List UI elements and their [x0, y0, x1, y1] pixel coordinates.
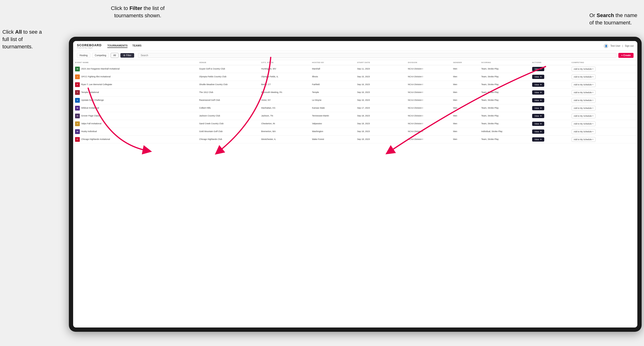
add-to-schedule-button[interactable]: Add to My Schedule + — [572, 74, 596, 79]
cell-start-date: Sep 18, 2023 — [355, 112, 406, 120]
filter-button[interactable]: ⚙ Filter — [120, 53, 134, 58]
cell-event-name: I OFCC Fighting Illini Invitational — [73, 73, 197, 81]
cell-city: Victor, NY — [259, 97, 310, 104]
cell-division: NCAA Division I — [406, 128, 451, 136]
tournaments-table: EVENT NAME VENUE CITY, STATE HOSTED BY S… — [73, 60, 637, 144]
add-to-schedule-button[interactable]: Add to My Schedule + — [572, 82, 596, 87]
sign-out-link[interactable]: Sign out — [625, 45, 634, 47]
event-name-text: Valpo Fall Invitational — [81, 122, 102, 125]
annotation-top-center: Click to Filter the list oftournaments s… — [92, 5, 183, 19]
col-header-gender: GENDER — [451, 60, 480, 65]
add-to-schedule-button[interactable]: Add to My Schedule + — [572, 114, 596, 118]
cell-gender: Men — [451, 128, 480, 136]
view-button[interactable]: View 👁 — [532, 106, 544, 110]
tablet-screen: SCOREBOARD Powered by clippd TOURNAMENTS… — [73, 41, 637, 328]
event-name-text: Upstate Dual Challenge — [81, 99, 104, 102]
cell-start-date: Sep 17, 2023 — [355, 104, 406, 112]
eye-icon: 👁 — [540, 84, 542, 86]
add-to-schedule-button[interactable]: Add to My Schedule + — [572, 121, 596, 126]
cell-competing: Add to My Schedule + — [570, 81, 637, 89]
cell-hosted-by: Marshall — [310, 65, 355, 73]
team-logo: V — [75, 121, 80, 126]
create-button[interactable]: + Create — [618, 53, 634, 58]
cell-competing: Add to My Schedule + — [570, 104, 637, 112]
cell-scoring: Team, Stroke Play — [480, 81, 530, 89]
cell-event-name: F Ryan T. Lee Memorial Collegiate — [73, 81, 197, 89]
cell-scoring: Team, Stroke Play — [480, 97, 530, 104]
add-to-schedule-button[interactable]: Add to My Schedule + — [572, 137, 596, 142]
table-row: M 2023 Joe Feaganes Marshall Invitationa… — [73, 65, 637, 73]
cell-division: NCAA Division I — [406, 89, 451, 97]
eye-icon: 👁 — [540, 139, 542, 141]
tab-hosting[interactable]: Hosting — [77, 53, 90, 58]
add-to-schedule-button[interactable]: Add to My Schedule + — [572, 67, 596, 71]
add-to-schedule-button[interactable]: Add to My Schedule + — [572, 90, 596, 95]
event-name-text: Chicago Highlands Invitational — [81, 138, 110, 141]
table-row: F Ryan T. Lee Memorial Collegiate Shuttl… — [73, 81, 637, 89]
cell-scoring: Team, Stroke Play — [480, 73, 530, 81]
team-logo: M — [75, 67, 80, 71]
add-to-schedule-button[interactable]: Add to My Schedule + — [572, 98, 596, 103]
app-logo: SCOREBOARD — [77, 43, 102, 47]
cell-gender: Men — [451, 81, 480, 89]
search-input[interactable] — [138, 53, 616, 58]
col-header-competing: COMPETING — [570, 60, 637, 65]
cell-event-name: C Chicago Highlands Invitational — [73, 136, 197, 144]
tab-all[interactable]: All — [111, 53, 118, 58]
cell-city: Manhattan, KS — [259, 104, 310, 112]
table-container: EVENT NAME VENUE CITY, STATE HOSTED BY S… — [73, 60, 637, 328]
cell-event-name: V Valpo Fall Invitational — [73, 120, 197, 128]
cell-city: Chesterton, IN — [259, 120, 310, 128]
cell-event-name: M 2023 Joe Feaganes Marshall Invitationa… — [73, 65, 197, 73]
add-to-schedule-button[interactable]: Add to My Schedule + — [572, 129, 596, 134]
table-row: V Valpo Fall Invitational Sand Creek Cou… — [73, 120, 637, 128]
event-name-text: OFCC Fighting Illini Invitational — [81, 75, 111, 78]
cell-gender: Men — [451, 104, 480, 112]
cell-venue: Chicago Highlands Club — [197, 136, 259, 144]
table-row: W Wildcat Invitational Colbert Hills Man… — [73, 104, 637, 112]
table-row: U Upstate Dual Challenge Ravenwood Golf … — [73, 97, 637, 104]
view-button[interactable]: View 👁 — [532, 137, 544, 142]
cell-city: Bremerton, WA — [259, 128, 310, 136]
table-body: M 2023 Joe Feaganes Marshall Invitationa… — [73, 65, 637, 144]
cell-start-date: Sep 16, 2023 — [355, 97, 406, 104]
col-header-venue: VENUE — [197, 60, 259, 65]
view-button[interactable]: View 👁 — [532, 98, 544, 102]
view-button[interactable]: View 👁 — [532, 90, 544, 95]
cell-event-name: W Wildcat Invitational — [73, 104, 197, 112]
cell-gender: Men — [451, 65, 480, 73]
cell-event-name: T Temple Invitational — [73, 89, 197, 97]
cell-venue: The 1912 Club — [197, 89, 259, 97]
team-logo: G — [75, 114, 80, 118]
eye-icon: 👁 — [540, 76, 542, 78]
table-row: W Husky Individual Gold Mountain Golf Cl… — [73, 128, 637, 136]
cell-city: Plymouth Meeting, PA — [259, 89, 310, 97]
cell-competing: Add to My Schedule + — [570, 112, 637, 120]
tab-competing[interactable]: Competing — [92, 53, 109, 58]
cell-city: Berlin, CT — [259, 81, 310, 89]
cell-competing: Add to My Schedule + — [570, 128, 637, 136]
nav-teams[interactable]: TEAMS — [132, 44, 142, 48]
add-to-schedule-button[interactable]: Add to My Schedule + — [572, 106, 596, 111]
cell-competing: Add to My Schedule + — [570, 73, 637, 81]
view-label: View — [534, 68, 539, 70]
view-button[interactable]: View 👁 — [532, 67, 544, 71]
cell-gender: Men — [451, 136, 480, 144]
view-button[interactable]: View 👁 — [532, 130, 544, 134]
view-button[interactable]: View 👁 — [532, 83, 544, 87]
eye-icon: 👁 — [540, 92, 542, 94]
view-button[interactable]: View 👁 — [532, 114, 544, 118]
col-header-division: DIVISION — [406, 60, 451, 65]
cell-actions: View 👁 — [530, 120, 570, 128]
nav-tournaments[interactable]: TOURNAMENTS — [107, 44, 128, 48]
annotation-top-right: Or Search the name of the tournament. — [590, 12, 642, 26]
view-button[interactable]: View 👁 — [532, 75, 544, 79]
cell-start-date: Sep 16, 2023 — [355, 81, 406, 89]
view-button[interactable]: View 👁 — [532, 122, 544, 126]
cell-competing: Add to My Schedule + — [570, 89, 637, 97]
cell-event-name: U Upstate Dual Challenge — [73, 97, 197, 104]
cell-start-date: Sep 18, 2023 — [355, 136, 406, 144]
cell-hosted-by: Illinois — [310, 73, 355, 81]
cell-competing: Add to My Schedule + — [570, 136, 637, 144]
cell-scoring: Team, Stroke Play — [480, 120, 530, 128]
